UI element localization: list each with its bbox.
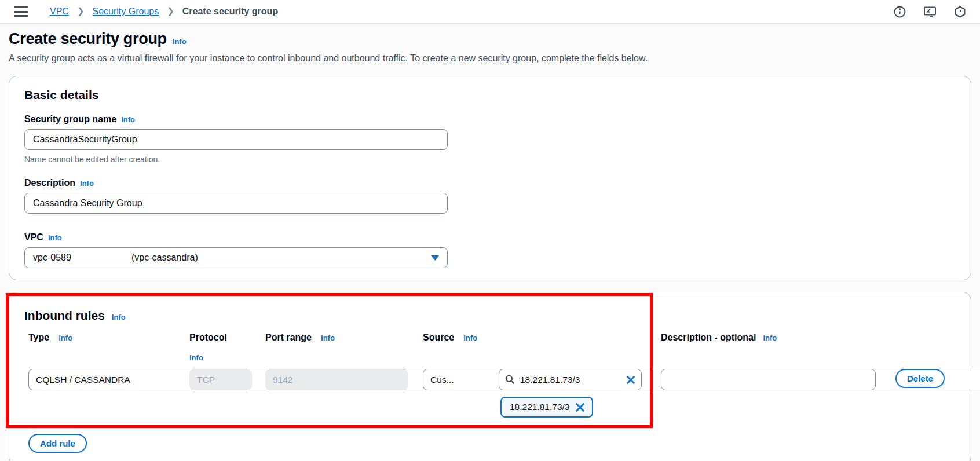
source-token: 18.221.81.73/3 [500,397,593,418]
inbound-rules-heading: Inbound rules [24,309,105,323]
basic-details-heading: Basic details [24,88,956,102]
port-range-info-link[interactable]: Info [321,334,335,342]
rule-port-range-input [265,369,408,390]
info-icon[interactable] [894,6,906,18]
description-label: DescriptionInfo [24,178,956,188]
rule-column-headers: TypeInfo Protocol Info Port rangeInfo So… [28,332,956,369]
type-column-label: TypeInfo [28,332,175,343]
chevron-right-icon: ❯ [77,6,85,16]
page-title-info-link[interactable]: Info [173,37,187,46]
description-info-link[interactable]: Info [80,179,94,188]
add-rule-button[interactable]: Add rule [28,434,87,453]
rule-source-search-input[interactable] [520,375,621,385]
breadcrumb-security-groups[interactable]: Security Groups [92,6,159,17]
rule-protocol-input [189,369,252,390]
source-column-label: SourceInfo [423,332,487,343]
vpc-select[interactable]: vpc-0589 (vpc-cassandra) [24,247,448,268]
protocol-column-label: Protocol Info [189,332,252,363]
rule-source-search [499,369,642,390]
page-description: A security group acts as a virtual firew… [9,53,971,64]
create-security-group-page: VPC ❯ Security Groups ❯ Create security … [0,0,980,461]
rule-description-info-link[interactable]: Info [763,334,777,342]
cloudshell-icon[interactable] [923,6,937,18]
chevron-right-icon: ❯ [167,6,174,16]
clear-icon[interactable] [626,375,635,385]
top-navigation-bar: VPC ❯ Security Groups ❯ Create security … [0,0,980,24]
port-range-column-label: Port rangeInfo [265,332,408,343]
rule-description-input[interactable] [661,369,876,390]
breadcrumb-current: Create security group [182,6,278,17]
breadcrumb-vpc[interactable]: VPC [50,6,69,17]
vpc-select-id: vpc-0589 [33,253,131,263]
vpc-select-name: (vpc-cassandra) [131,253,198,263]
security-group-name-help: Name cannot be edited after creation. [24,155,956,164]
page-title: Create security group [9,30,167,48]
settings-icon[interactable] [954,6,966,18]
token-dismiss-icon[interactable] [575,403,585,412]
security-group-name-input[interactable] [24,129,448,150]
inbound-rules-card: Inbound rules Info TypeInfo Protocol Inf… [9,292,971,461]
search-icon [505,375,515,385]
vpc-label: VPCInfo [24,232,956,243]
token-row: 18.221.81.73/3 [28,397,956,420]
delete-rule-button[interactable]: Delete [895,369,945,388]
rule-description-column-label: Description - optionalInfo [661,332,876,343]
basic-details-card: Basic details Security group nameInfo Na… [9,76,971,280]
breadcrumb: VPC ❯ Security Groups ❯ Create security … [50,6,278,17]
rule-row: CQLSH / CASSANDRA Cus... [28,369,956,390]
security-group-name-info-link[interactable]: Info [121,115,135,124]
type-info-link[interactable]: Info [58,334,72,342]
inbound-rules-info-link[interactable]: Info [112,313,126,321]
security-group-name-label: Security group nameInfo [24,114,956,125]
protocol-info-link[interactable]: Info [189,353,203,362]
source-info-link[interactable]: Info [463,334,477,342]
chevron-down-icon [431,255,439,261]
description-input[interactable] [24,193,448,214]
menu-icon[interactable] [14,6,28,17]
vpc-info-link[interactable]: Info [48,233,62,242]
